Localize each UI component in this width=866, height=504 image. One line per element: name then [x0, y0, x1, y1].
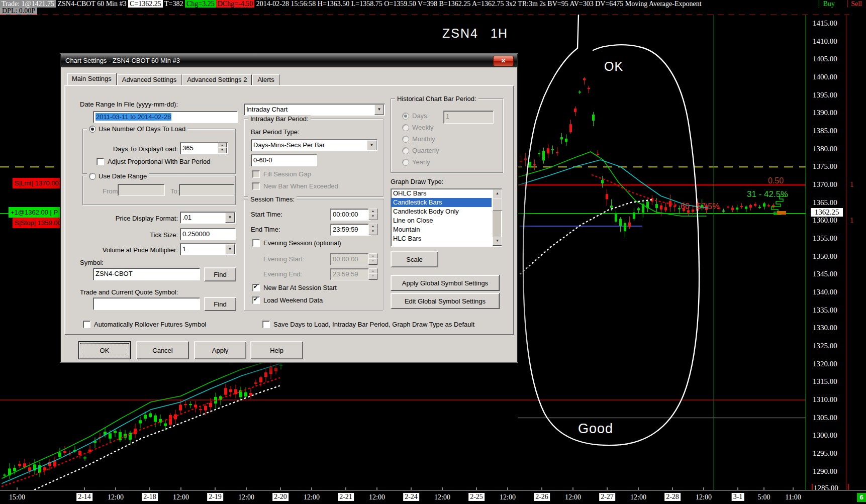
- annotation-symbol: ZSN4: [442, 26, 478, 41]
- historical-group-header: Historical Chart Bar Period:: [395, 95, 478, 103]
- stop-order-label[interactable]: S|Stop| 1359.00: [13, 218, 65, 228]
- use-date-range-header[interactable]: Use Date Range: [87, 172, 149, 180]
- from-label: From:: [103, 187, 120, 195]
- chart-type-dropdown[interactable]: Intraday Chart ▼: [244, 104, 385, 116]
- bar-period-type-dropdown[interactable]: Days-Mins-Secs Per Bar ▼: [251, 139, 377, 151]
- apply-button[interactable]: Apply: [194, 341, 246, 359]
- auto-rollover-checkbox[interactable]: [83, 321, 90, 328]
- to-field[interactable]: [179, 184, 234, 196]
- start-time-label: Start Time:: [251, 211, 282, 218]
- sell-button[interactable]: Sell: [847, 0, 865, 8]
- limit-order-label[interactable]: S|Lmt| 1370.00: [13, 178, 65, 188]
- bar-period-type-value: Days-Mins-Secs Per Bar: [253, 141, 325, 149]
- trade-position-chip: Trade: 1@1421.75: [0, 0, 56, 8]
- spin-down-icon[interactable]: ▼: [368, 229, 377, 236]
- time-axis-label-12-00: 12:00: [630, 493, 646, 501]
- ok-button[interactable]: OK: [78, 341, 131, 359]
- hist-option-quarterly[interactable]: Quarterly: [402, 147, 439, 154]
- candlestick: [565, 139, 567, 142]
- end-time-field[interactable]: 23:59:59: [330, 224, 370, 236]
- graph-type-option-candlestick-body-only[interactable]: Candlestick Body Only: [391, 207, 492, 216]
- end-time-spinner[interactable]: ▲▼: [368, 224, 376, 235]
- adjust-proportional-checkbox[interactable]: [97, 158, 104, 165]
- hist-option-days[interactable]: Days:: [402, 112, 429, 120]
- buy-button[interactable]: Buy: [819, 0, 839, 8]
- candlestick: [758, 207, 761, 208]
- price-scale-label: 1385.00: [813, 127, 848, 135]
- trading-app-screen: Trade: 1@1421.75 ZSN4-CBOT 60 Min #3 C=1…: [0, 0, 866, 504]
- candlestick: [129, 433, 132, 440]
- use-days-group-header[interactable]: Use Number Of Days To Load: [87, 125, 187, 133]
- time-axis-label-2-14: 2-14: [76, 493, 92, 501]
- from-field[interactable]: [118, 184, 165, 196]
- graph-type-option-mountain[interactable]: Mountain: [391, 225, 492, 234]
- graph-type-option-line-on-close[interactable]: Line on Close: [391, 216, 492, 225]
- time-axis-label-12-00: 12:00: [173, 493, 189, 501]
- candlestick: [624, 223, 626, 232]
- adjust-proportional-label: Adjust Proportional With Bar Period: [108, 158, 210, 165]
- candlestick: [583, 78, 586, 80]
- cancel-button[interactable]: Cancel: [136, 341, 189, 359]
- evening-session-checkbox[interactable]: [252, 239, 260, 247]
- listbox-scrollbar[interactable]: ▲ ▼: [493, 189, 501, 246]
- scroll-up-icon[interactable]: ▲: [493, 189, 502, 198]
- help-button[interactable]: Help: [250, 341, 303, 359]
- price-display-format-dropdown[interactable]: .01 ▼: [180, 212, 236, 224]
- symbol-find-button[interactable]: Find: [204, 267, 236, 281]
- hist-radio-icon: [402, 136, 409, 143]
- date-range-field[interactable]: 2011-03-11 to 2014-02-28: [93, 111, 238, 123]
- hist-option-weekly[interactable]: Weekly: [402, 124, 433, 131]
- tab-main-settings[interactable]: Main Settings: [67, 73, 117, 85]
- apply-global-symbol-settings-button[interactable]: Apply Global Symbol Settings: [391, 275, 500, 291]
- price-scale-label: 1305.00: [813, 414, 848, 422]
- days-spinner[interactable]: ▲ ▼: [218, 143, 226, 153]
- position-label[interactable]: +1@1362.00 | P: [9, 207, 65, 218]
- trade-symbol-find-button[interactable]: Find: [204, 297, 236, 311]
- trade-symbol-field[interactable]: [93, 297, 200, 310]
- use-days-radio[interactable]: [89, 126, 96, 133]
- spin-down-icon: ▼: [368, 273, 377, 280]
- save-default-checkbox[interactable]: [262, 321, 270, 328]
- start-time-field[interactable]: 00:00:00: [330, 209, 370, 221]
- dialog-titlebar[interactable]: Chart Settings - ZSN4-CBOT 60 Min #3 ✕: [61, 54, 517, 67]
- price-display-format-label: Price Display Format:: [75, 215, 178, 222]
- spin-down-icon: ▼: [368, 258, 377, 265]
- graph-draw-type-listbox[interactable]: OHLC BarsCandlestick BarsCandlestick Bod…: [391, 188, 502, 247]
- edit-global-symbol-settings-button[interactable]: Edit Global Symbol Settings: [391, 293, 500, 309]
- spin-down-icon[interactable]: ▼: [218, 147, 227, 154]
- profile-bar: [777, 211, 786, 215]
- tab-advanced-settings-2[interactable]: Advanced Settings 2: [182, 74, 252, 85]
- price-scale-label: 1350.00: [813, 252, 848, 261]
- hist-option-yearly[interactable]: Yearly: [402, 158, 430, 166]
- bar-period-field[interactable]: 0-60-0: [251, 154, 317, 166]
- symbol-field[interactable]: ZSN4-CBOT: [93, 268, 200, 280]
- volume-multiplier-dropdown[interactable]: 1 ▼: [180, 243, 236, 255]
- start-time-spinner[interactable]: ▲▼: [368, 209, 376, 220]
- graph-type-option-candlestick-bars[interactable]: Candlestick Bars: [391, 198, 492, 207]
- close-icon[interactable]: ✕: [493, 56, 514, 66]
- tab-alerts[interactable]: Alerts: [252, 74, 279, 85]
- hist-option-monthly[interactable]: Monthly: [402, 135, 435, 143]
- tab-advanced-settings[interactable]: Advanced Settings: [117, 74, 181, 85]
- use-date-range-radio[interactable]: [89, 173, 96, 180]
- chevron-down-icon[interactable]: ▼: [367, 140, 376, 150]
- scroll-down-icon[interactable]: ▼: [493, 237, 502, 246]
- chevron-down-icon[interactable]: ▼: [225, 244, 235, 254]
- hist-option-label: Days:: [412, 112, 429, 120]
- scale-button[interactable]: Scale: [391, 251, 438, 267]
- graph-type-option-hlc-bars[interactable]: HLC Bars: [391, 234, 492, 243]
- new-bar-at-session-start-checkbox[interactable]: [252, 284, 260, 291]
- load-weekend-data-checkbox[interactable]: [252, 296, 260, 304]
- candlestick: [673, 206, 676, 207]
- candlestick: [740, 206, 743, 207]
- spin-down-icon[interactable]: ▼: [368, 214, 377, 221]
- chevron-down-icon[interactable]: ▼: [225, 213, 235, 223]
- tick-size-field[interactable]: 0.250000: [180, 228, 236, 240]
- candlestick: [664, 207, 667, 210]
- scrollbar-thumb[interactable]: [493, 198, 502, 211]
- chevron-down-icon[interactable]: ▼: [374, 105, 384, 115]
- graph-type-option-ohlc-bars[interactable]: OHLC Bars: [391, 189, 492, 198]
- candlestick: [144, 415, 147, 419]
- candlestick: [754, 204, 756, 206]
- evening-start-spinner: ▲▼: [368, 253, 376, 265]
